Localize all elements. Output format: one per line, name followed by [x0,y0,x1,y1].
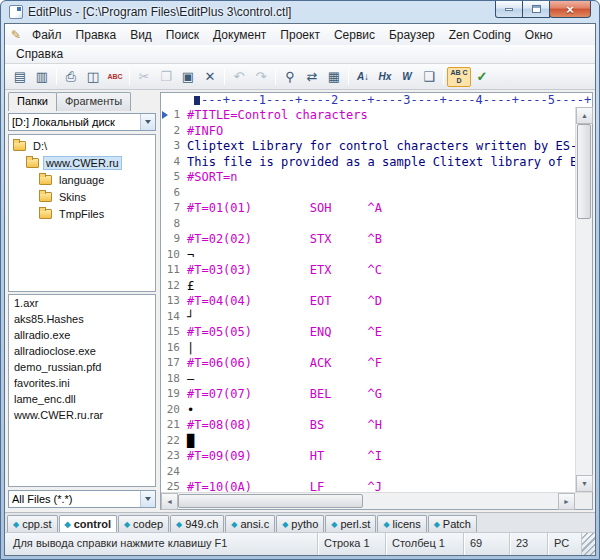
menu-search[interactable]: Поиск [159,26,206,44]
file-item[interactable]: demo_russian.pfd [9,361,155,377]
file-item[interactable]: www.CWER.ru.rar [9,409,155,425]
editor-line[interactable]: 4This file is provided as a sample Clite… [161,155,575,171]
editor-line[interactable]: 7#T=01(01) SOH ^A [161,201,575,217]
menu-bar: ✎ Файл Правка Вид Поиск Документ Проект … [5,24,595,45]
copy-icon[interactable]: ❐ [155,67,177,87]
undo-icon[interactable]: ↶ [228,67,250,87]
drive-selector[interactable]: [D:] Локальный диск [8,113,156,131]
file-item[interactable]: allradioclose.exe [9,345,155,361]
doc-tab[interactable]: ◆perl.st [325,515,376,532]
scroll-down-icon[interactable]: ▼ [576,475,593,492]
menu-browser[interactable]: Браузер [382,26,442,44]
paste-icon[interactable]: ▣ [177,67,199,87]
menu-help[interactable]: Справка [9,45,70,63]
delete-icon[interactable]: ✕ [199,67,221,87]
chevron-down-icon[interactable] [140,114,155,130]
tab-cliptext[interactable]: Фрагменты [56,92,131,111]
file-filter-selector[interactable]: All Files (*.*) [8,490,156,508]
editor-line[interactable]: 15#T=05(05) ENQ ^E [161,325,575,341]
horizontal-scrollbar[interactable]: ◄ ► [161,492,575,509]
chevron-down-icon[interactable] [140,491,155,507]
menu-tools[interactable]: Сервис [327,26,382,44]
close-button[interactable]: × [549,1,591,18]
editor-line[interactable]: 9#T=02(02) STX ^B [161,232,575,248]
vertical-scroll-thumb[interactable] [577,124,591,219]
editor-line[interactable]: 5#SORT=n [161,170,575,186]
vertical-scroll-track[interactable] [576,124,592,475]
scroll-up-icon[interactable]: ▲ [576,107,593,124]
editor-line[interactable]: 2#INFO [161,124,575,140]
menu-zen-coding[interactable]: Zen Coding [442,26,518,44]
editor-line[interactable]: 20• [161,403,575,419]
editor-line[interactable]: 12£ [161,279,575,295]
menu-document[interactable]: Документ [206,26,273,44]
editor-line[interactable]: 17#T=06(06) ACK ^F [161,356,575,372]
print-preview-icon[interactable]: ◫ [82,67,104,87]
doc-tab[interactable]: ◆949.ch [170,515,224,532]
menu-file[interactable]: Файл [25,26,69,44]
editor-line[interactable]: 11#T=03(03) ETX ^C [161,263,575,279]
doc-tab[interactable]: ◆pytho [276,515,324,532]
editor-line[interactable]: 18– [161,372,575,388]
minimize-button[interactable] [495,1,523,18]
find-in-files-icon[interactable]: ▦ [323,67,345,87]
editor-line[interactable]: 23#T=09(09) HT ^I [161,449,575,465]
menu-edit[interactable]: Правка [69,26,124,44]
syntax-check-icon[interactable]: ✓ [471,67,493,87]
resize-grip[interactable] [581,533,595,555]
file-item[interactable]: allradio.exe [9,329,155,345]
editor-line[interactable]: 22█ [161,434,575,450]
sort-icon[interactable]: A↓ [352,67,374,87]
window-list-icon[interactable]: ▤ [9,67,31,87]
maximize-button[interactable] [522,1,550,18]
scroll-right-icon[interactable]: ► [558,493,575,510]
find-icon[interactable]: ⚲ [279,67,301,87]
fullscreen-icon[interactable]: ❑ [418,67,440,87]
tree-item-drive[interactable]: D:\ [9,137,155,154]
doc-tab[interactable]: ◆cpp.st [7,515,58,532]
doc-tab[interactable]: ◆codep [118,515,169,532]
editor-line[interactable]: 10¬ [161,248,575,264]
tree-item[interactable]: Skins [9,188,155,205]
editor-line[interactable]: 25#T=10(0A) LF ^J [161,480,575,492]
editor-line[interactable]: 8 [161,217,575,233]
tree-item[interactable]: TmpFiles [9,205,155,222]
scroll-left-icon[interactable]: ◄ [161,493,178,510]
editor-line[interactable]: 6 [161,186,575,202]
editor-line[interactable]: 13#T=04(04) EOT ^D [161,294,575,310]
doc-tab[interactable]: ◆Patch [428,515,477,532]
file-item[interactable]: lame_enc.dll [9,393,155,409]
print-icon[interactable]: ⎙ [60,67,82,87]
cliptext-sidebar-icon[interactable]: ▥ [31,67,53,87]
editor-line[interactable]: 3Cliptext Library for control characters… [161,139,575,155]
tree-item-selected[interactable]: www.CWER.ru [9,154,155,171]
editor-line[interactable]: 21#T=08(08) BS ^H [161,418,575,434]
horizontal-scroll-track[interactable] [178,493,558,509]
hex-viewer-icon[interactable]: Hx [374,67,396,87]
menu-project[interactable]: Проект [273,26,327,44]
tab-folders[interactable]: Папки [8,92,57,111]
redo-icon[interactable]: ↷ [250,67,272,87]
editor-line[interactable]: 19#T=07(07) BEL ^G [161,387,575,403]
text-area[interactable]: 1#TITLE=Control characters 2#INFO 3Clipt… [161,107,575,492]
file-item[interactable]: 1.axr [9,297,155,313]
tree-item[interactable]: language [9,171,155,188]
editor-line[interactable]: 16| [161,341,575,357]
cliptext-panel-icon[interactable]: AB CD [447,67,471,87]
vertical-scrollbar[interactable]: ▲ ▼ [575,107,592,492]
file-item[interactable]: aks85.Hashes [9,313,155,329]
menu-window[interactable]: Окно [518,26,560,44]
doc-tab[interactable]: ◆licens [377,515,426,532]
editor-line[interactable]: 14┘ [161,310,575,326]
word-wrap-icon[interactable]: W [396,67,418,87]
horizontal-scroll-thumb[interactable] [178,494,363,508]
menu-view[interactable]: Вид [123,26,159,44]
file-item[interactable]: favorites.ini [9,377,155,393]
doc-tab[interactable]: ◆ansi.c [225,515,275,532]
editor-line[interactable]: 1#TITLE=Control characters [161,108,575,124]
replace-icon[interactable]: ⇄ [301,67,323,87]
cut-icon[interactable]: ✂ [133,67,155,87]
editor-line[interactable]: 24 [161,465,575,481]
doc-tab-active[interactable]: ◆control [59,515,117,532]
spell-check-icon[interactable]: ABC [104,67,126,87]
